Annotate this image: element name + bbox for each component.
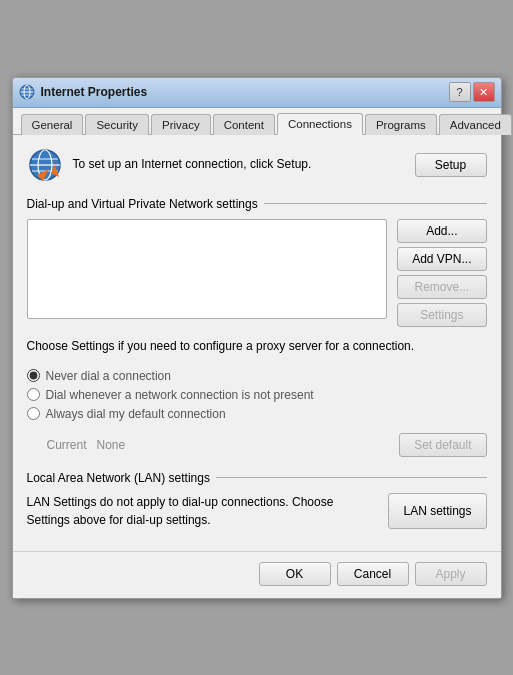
radio-always-dial-label: Always dial my default connection [46,407,226,421]
radio-always-dial: Always dial my default connection [27,407,487,421]
vpn-connection-list[interactable] [27,219,388,319]
cancel-button[interactable]: Cancel [337,562,409,586]
radio-never-dial-label: Never dial a connection [46,369,171,383]
window-title: Internet Properties [41,85,148,99]
help-button[interactable]: ? [449,82,471,102]
title-bar-controls: ? ✕ [449,82,495,102]
lan-description: LAN Settings do not apply to dial-up con… [27,493,379,529]
lan-settings-button[interactable]: LAN settings [388,493,486,529]
settings-button[interactable]: Settings [397,303,486,327]
lan-inner: LAN Settings do not apply to dial-up con… [27,493,487,529]
lan-section-header: Local Area Network (LAN) settings [27,471,487,485]
radio-dial-when-needed: Dial whenever a network connection is no… [27,388,487,402]
add-button[interactable]: Add... [397,219,486,243]
add-vpn-button[interactable]: Add VPN... [397,247,486,271]
dial-options-group: Never dial a connection Dial whenever a … [27,369,487,421]
ok-button[interactable]: OK [259,562,331,586]
tab-content-area: To set up an Internet connection, click … [13,135,501,551]
current-label: Current [47,438,87,452]
radio-always-dial-input[interactable] [27,407,40,420]
radio-never-dial-input[interactable] [27,369,40,382]
remove-button[interactable]: Remove... [397,275,486,299]
globe-icon [27,147,63,183]
tab-bar: General Security Privacy Content Connect… [13,108,501,135]
tab-general[interactable]: General [21,114,84,135]
tab-content[interactable]: Content [213,114,275,135]
title-bar: Internet Properties ? ✕ [13,78,501,108]
internet-properties-window: Internet Properties ? ✕ General Security… [12,77,502,599]
lan-section: Local Area Network (LAN) settings LAN Se… [27,471,487,529]
close-button[interactable]: ✕ [473,82,495,102]
apply-button[interactable]: Apply [415,562,487,586]
setup-description: To set up an Internet connection, click … [73,156,405,173]
tab-security[interactable]: Security [85,114,149,135]
proxy-description: Choose Settings if you need to configure… [27,337,487,355]
setup-button[interactable]: Setup [415,153,487,177]
setup-row: To set up an Internet connection, click … [27,147,487,183]
proxy-row: Choose Settings if you need to configure… [27,337,487,355]
tab-privacy[interactable]: Privacy [151,114,211,135]
vpn-section: Add... Add VPN... Remove... Settings [27,219,487,327]
current-row: Current None Set default [27,433,487,457]
current-value: None [97,438,126,452]
tab-programs[interactable]: Programs [365,114,437,135]
tab-advanced[interactable]: Advanced [439,114,512,135]
radio-dial-when-needed-label: Dial whenever a network connection is no… [46,388,314,402]
title-bar-left: Internet Properties [19,84,148,100]
radio-dial-when-needed-input[interactable] [27,388,40,401]
footer-buttons: OK Cancel Apply [13,551,501,598]
tab-connections[interactable]: Connections [277,113,363,135]
window-icon [19,84,35,100]
vpn-buttons-group: Add... Add VPN... Remove... Settings [397,219,486,327]
radio-never-dial: Never dial a connection [27,369,487,383]
set-default-button[interactable]: Set default [399,433,486,457]
dialup-section-header: Dial-up and Virtual Private Network sett… [27,197,487,211]
